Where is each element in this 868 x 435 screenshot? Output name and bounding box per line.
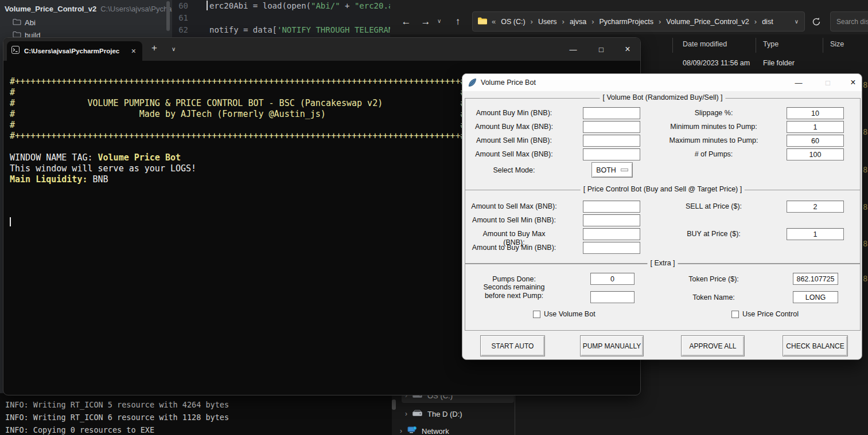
- input-token-price[interactable]: [793, 273, 838, 285]
- terminal-minimize-icon[interactable]: —: [560, 38, 586, 61]
- input-pumps-done[interactable]: [590, 273, 635, 285]
- breadcrumb-item-volume-price-control-v2[interactable]: Volume_Price_Control_v2: [665, 18, 750, 26]
- edge-glyph: 8: [863, 239, 867, 248]
- tab-close-icon[interactable]: ×: [130, 46, 138, 56]
- label-token-price: Token Price ($):: [662, 275, 765, 284]
- terminal-tab[interactable]: C:\Users\ajvsa\PycharmProjec ×: [7, 41, 142, 61]
- checkbox-box-icon[interactable]: [731, 311, 739, 318]
- input-amount-buy-max-bnb[interactable]: [583, 121, 640, 133]
- tree-chevron-icon[interactable]: ›: [405, 410, 407, 418]
- editor-line-number: 62: [172, 24, 188, 36]
- terminal-close-icon[interactable]: ×: [614, 38, 641, 61]
- breadcrumb-item-pycharmprojects[interactable]: PycharmProjects: [598, 18, 654, 26]
- input-amount-buy-min-bnb[interactable]: [583, 107, 640, 119]
- project-path: C:\Users\ajvsa\Pycha: [100, 5, 172, 13]
- project-name: Volume_Price_Control_v2: [5, 5, 96, 13]
- label-amount-sell-min-bnb: Amount Sell Min (BNB):: [471, 136, 557, 145]
- input-amount-to-sell-max-bnb[interactable]: [583, 201, 640, 213]
- sidebar-item-label: Network: [422, 427, 449, 435]
- label-seconds-remaining-before-next-pump: Seconds remaining before next Pump:: [471, 283, 557, 300]
- input-maximum-minutes-to-pump[interactable]: [787, 135, 844, 147]
- dialog-close-icon[interactable]: ×: [841, 74, 865, 91]
- label-buy-at-price: BUY at Price ($):: [662, 230, 765, 238]
- checkbox-label: Use Price Control: [742, 310, 799, 318]
- edge-glyph: 8: [863, 165, 867, 174]
- address-bar[interactable]: « OS (C:)›Users›ajvsa›PycharmProjects›Vo…: [472, 11, 805, 32]
- build-console: INFO: Writing RT_ICON 5 resource with 42…: [0, 393, 392, 435]
- column-header-size[interactable]: Size: [830, 40, 844, 48]
- input-minimum-minutes-to-pump[interactable]: [787, 121, 844, 133]
- tree-scrollbar-thumb[interactable]: [166, 1, 170, 31]
- column-separator: [823, 38, 823, 53]
- terminal-maximize-icon[interactable]: □: [588, 38, 614, 61]
- tree-item-abi[interactable]: Abi: [13, 18, 36, 27]
- sidebar-item-the-d-d[interactable]: ›The D (D:): [402, 406, 514, 421]
- sidebar-scrollbar-thumb[interactable]: [392, 399, 396, 410]
- project-root-item[interactable]: Volume_Price_Control_v2C:\Users\ajvsa\Py…: [5, 5, 172, 13]
- sidebar-item-network[interactable]: ›Network: [396, 424, 509, 435]
- breadcrumb-item-users[interactable]: Users: [537, 18, 558, 26]
- address-dropdown-chevron-icon[interactable]: ∨: [795, 18, 799, 25]
- terminal-output-line: Main Liquidity: BNB: [10, 174, 196, 185]
- input-seconds-remaining-before-next-pump[interactable]: [590, 291, 635, 303]
- sidebar-divider: [515, 393, 515, 435]
- new-tab-icon[interactable]: +: [151, 42, 157, 54]
- tab-dropdown-chevron-icon[interactable]: ∨: [172, 46, 176, 52]
- breadcrumb-item-dist[interactable]: dist: [761, 18, 774, 26]
- label-token-name: Token Name:: [662, 293, 765, 302]
- tree-item-label: Abi: [25, 18, 36, 27]
- column-header-type[interactable]: Type: [763, 40, 779, 48]
- network-icon: [407, 426, 417, 435]
- dialog-titlebar[interactable]: Volume Price Bot — □ ×: [462, 74, 862, 91]
- tk-feather-icon: [468, 78, 477, 89]
- input-token-name[interactable]: [793, 291, 838, 303]
- breadcrumb-item-ajvsa[interactable]: ajvsa: [569, 18, 587, 26]
- label-amount-to-sell-max-bnb: Amount to Sell Max (BNB):: [471, 202, 557, 211]
- editor-line-code: notify = data['NOTIFY THROUGH TELEGRAM': [209, 24, 398, 36]
- input-amount-sell-min-bnb[interactable]: [583, 135, 640, 147]
- column-header-date-modified[interactable]: Date modified: [683, 40, 727, 48]
- breadcrumb-item-os-c[interactable]: OS (C:): [500, 18, 526, 26]
- dialog-minimize-icon[interactable]: —: [787, 74, 811, 91]
- breadcrumb-overflow-icon[interactable]: «: [492, 17, 500, 26]
- edge-partial-glyphs: 888888: [862, 0, 868, 435]
- up-icon[interactable]: ↑: [450, 14, 466, 30]
- dialog-maximize-icon[interactable]: □: [816, 74, 840, 91]
- terminal-tab-bar: C:\Users\ajvsa\PycharmProjec × + ∨ — □ ×: [3, 38, 640, 61]
- checkbox-box-icon[interactable]: [533, 311, 540, 318]
- input-of-pumps[interactable]: [787, 148, 844, 160]
- select-mode-dropdown[interactable]: BOTH: [591, 162, 633, 178]
- checkbox-use-volume-bot[interactable]: Use Volume Bot: [533, 310, 595, 318]
- input-amount-sell-max-bnb[interactable]: [583, 148, 640, 160]
- input-amount-to-buy-min-bnb[interactable]: [583, 242, 640, 254]
- file-row-type[interactable]: File folder: [763, 59, 795, 67]
- forward-icon[interactable]: →: [418, 14, 434, 30]
- breadcrumb-separator-icon: ›: [655, 17, 665, 26]
- input-sell-at-price[interactable]: [787, 201, 844, 213]
- terminal-tab-title: C:\Users\ajvsa\PycharmProjec: [24, 48, 125, 54]
- volume-price-bot-dialog: Volume Price Bot — □ × [ Volume Bot (Ran…: [462, 73, 862, 360]
- recent-locations-chevron-icon[interactable]: ∨: [437, 18, 441, 24]
- back-icon[interactable]: ←: [398, 14, 414, 30]
- editor-line-number: 61: [172, 12, 188, 24]
- approve-all-button[interactable]: APPROVE ALL: [681, 335, 745, 356]
- breadcrumb-separator-icon: ›: [527, 17, 537, 26]
- input-slippage[interactable]: [787, 107, 844, 119]
- breadcrumb-separator-icon: ›: [587, 17, 598, 26]
- checkbox-label: Use Volume Bot: [544, 310, 595, 318]
- input-amount-to-sell-min-bnb[interactable]: [583, 214, 640, 226]
- input-buy-at-price[interactable]: [787, 228, 844, 240]
- cmd-icon: [11, 46, 20, 56]
- label-sell-at-price: SELL at Price ($):: [662, 202, 765, 211]
- refresh-icon[interactable]: [807, 11, 826, 32]
- pump-manually-button[interactable]: PUMP MANUALLY: [580, 335, 644, 356]
- column-separator: [756, 38, 756, 53]
- start-auto-button[interactable]: START AUTO: [480, 335, 545, 356]
- check-balance-button[interactable]: CHECK BALANCE: [783, 335, 848, 356]
- file-row-date-modified[interactable]: 08/09/2023 11:56 am: [683, 59, 750, 67]
- checkbox-use-price-control[interactable]: Use Price Control: [731, 310, 799, 318]
- tree-chevron-icon[interactable]: ›: [400, 427, 402, 435]
- breadcrumb-separator-icon: ›: [750, 17, 761, 26]
- input-amount-to-buy-max-bnb[interactable]: [583, 228, 640, 240]
- label-amount-to-buy-min-bnb: Amount to Buy Min (BNB):: [471, 244, 557, 252]
